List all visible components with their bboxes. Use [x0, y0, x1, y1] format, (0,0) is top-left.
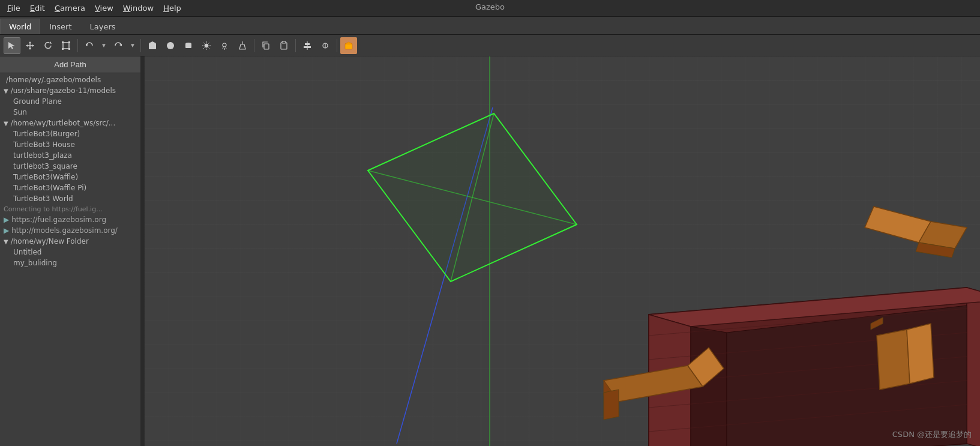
sunlight-button[interactable] — [198, 37, 215, 54]
path-turtlebot-ws[interactable]: ▼ /home/wy/turtlebot_ws/src/... — [0, 118, 140, 128]
svg-rect-37 — [282, 41, 286, 43]
svg-rect-39 — [305, 43, 310, 45]
menu-view[interactable]: View — [90, 2, 118, 14]
expand-arrow-3: ▼ — [4, 120, 8, 127]
tab-layers[interactable]: Layers — [81, 19, 125, 34]
tabbar: World Insert Layers — [0, 17, 980, 35]
svg-line-27 — [209, 43, 210, 44]
menubar: Gazebo File Edit Camera View Window Help — [0, 0, 980, 17]
svg-rect-15 — [149, 43, 156, 49]
separator-4 — [295, 39, 296, 52]
svg-marker-0 — [8, 42, 15, 49]
svg-marker-16 — [149, 41, 156, 43]
main-content: Add Path /home/wy/.gazebo/models ▼ /usr/… — [0, 56, 980, 446]
svg-line-26 — [209, 47, 210, 49]
svg-marker-64 — [865, 206, 931, 243]
expand-arrow-2: ▼ — [4, 88, 8, 94]
menu-help[interactable]: Help — [158, 2, 186, 14]
select-tool-button[interactable] — [4, 37, 20, 54]
svg-line-32 — [226, 47, 226, 49]
svg-marker-50 — [967, 288, 980, 446]
model-turtlebot3-world[interactable]: TurtleBot3 World — [0, 193, 140, 204]
translate-tool-button[interactable] — [22, 37, 38, 54]
svg-rect-9 — [62, 41, 64, 43]
tab-world[interactable]: World — [0, 19, 40, 34]
model-turtlebot3-burger[interactable]: TurtleBot3(Burger) — [0, 128, 140, 139]
connection-status: Connecting to https://fuel.ig... — [0, 204, 140, 214]
model-turtlebot3-plaza[interactable]: turtlebot3_plaza — [0, 150, 140, 161]
redo-button[interactable] — [110, 37, 127, 54]
cylinder-tool-button[interactable] — [180, 37, 197, 54]
model-turtlebot3-waffle-pi[interactable]: TurtleBot3(Waffle Pi) — [0, 182, 140, 193]
pointlight-button[interactable] — [216, 37, 233, 54]
menu-window[interactable]: Window — [118, 2, 158, 14]
title-center: Gazebo — [475, 2, 505, 11]
add-path-button[interactable]: Add Path — [0, 56, 140, 73]
copy-button[interactable] — [257, 37, 274, 54]
tab-insert[interactable]: Insert — [40, 19, 80, 34]
scale-tool-button[interactable] — [58, 37, 74, 54]
paste-button[interactable] — [275, 37, 292, 54]
svg-marker-63 — [604, 390, 619, 420]
svg-marker-34 — [239, 44, 245, 49]
spotlight-button[interactable] — [234, 37, 251, 54]
model-list: /home/wy/.gazebo/models ▼ /usr/share/gaz… — [0, 73, 140, 446]
svg-marker-4 — [29, 48, 31, 50]
menu-edit[interactable]: Edit — [25, 2, 50, 14]
svg-marker-3 — [29, 41, 31, 43]
svg-line-31 — [223, 47, 223, 49]
model-sun[interactable]: Sun — [0, 107, 140, 118]
sidebar: Add Path /home/wy/.gazebo/models ▼ /usr/… — [0, 56, 141, 446]
redo-dropdown[interactable]: ▼ — [128, 37, 137, 54]
svg-marker-68 — [907, 324, 934, 384]
svg-line-28 — [203, 47, 205, 49]
separator-1 — [77, 39, 78, 52]
svg-rect-11 — [62, 48, 64, 50]
svg-marker-5 — [26, 44, 28, 47]
toolbar: ▼ ▼ — [0, 35, 980, 56]
model-turtlebot3-waffle[interactable]: TurtleBot3(Waffle) — [0, 172, 140, 182]
snap-button[interactable] — [317, 37, 334, 54]
svg-marker-7 — [49, 41, 52, 44]
model-turtlebot3-square[interactable]: turtlebot3_square — [0, 161, 140, 172]
scene-svg — [145, 56, 980, 446]
path-usr-share-gazebo[interactable]: ▼ /usr/share/gazebo-11/models — [0, 85, 140, 96]
svg-point-19 — [185, 43, 191, 45]
menu-camera[interactable]: Camera — [50, 2, 90, 14]
svg-point-29 — [223, 43, 226, 47]
link-arrow-1: ▶ — [4, 215, 9, 224]
svg-marker-67 — [877, 330, 910, 390]
align-button[interactable] — [299, 37, 316, 54]
svg-rect-35 — [264, 44, 269, 49]
svg-rect-8 — [63, 43, 69, 49]
model-untitled[interactable]: Untitled — [0, 247, 140, 258]
svg-marker-43 — [345, 42, 352, 44]
path-gazebo-models[interactable]: /home/wy/.gazebo/models — [0, 74, 140, 85]
svg-marker-6 — [32, 44, 34, 47]
watermark: CSDN @还是要追梦的 — [892, 429, 972, 440]
svg-rect-40 — [304, 46, 311, 48]
rotate-tool-button[interactable] — [40, 37, 56, 54]
svg-rect-42 — [345, 44, 352, 49]
separator-3 — [254, 39, 254, 52]
link-arrow-2: ▶ — [4, 226, 9, 235]
link-fuel-gazebosim[interactable]: ▶ https://fuel.gazebosim.org — [0, 214, 140, 225]
svg-rect-12 — [68, 48, 70, 50]
model-ground-plane[interactable]: Ground Plane — [0, 96, 140, 107]
viewport[interactable]: CSDN @还是要追梦的 — [145, 56, 980, 446]
svg-point-17 — [167, 42, 174, 49]
box-tool-button[interactable] — [144, 37, 161, 54]
model-editor-button[interactable] — [340, 37, 357, 54]
svg-rect-10 — [68, 41, 70, 43]
svg-point-20 — [205, 44, 208, 47]
link-models-gazebosim[interactable]: ▶ http://models.gazebosim.org/ — [0, 225, 140, 236]
menu-file[interactable]: File — [2, 2, 25, 14]
path-new-folder[interactable]: ▼ /home/wy/New Folder — [0, 236, 140, 247]
undo-dropdown[interactable]: ▼ — [99, 37, 109, 54]
sphere-tool-button[interactable] — [162, 37, 179, 54]
svg-line-25 — [203, 43, 205, 44]
undo-button[interactable] — [81, 37, 98, 54]
separator-2 — [140, 39, 141, 52]
model-turtlebot3-house[interactable]: TurtleBot3 House — [0, 139, 140, 150]
model-my-buliding[interactable]: my_buliding — [0, 258, 140, 268]
